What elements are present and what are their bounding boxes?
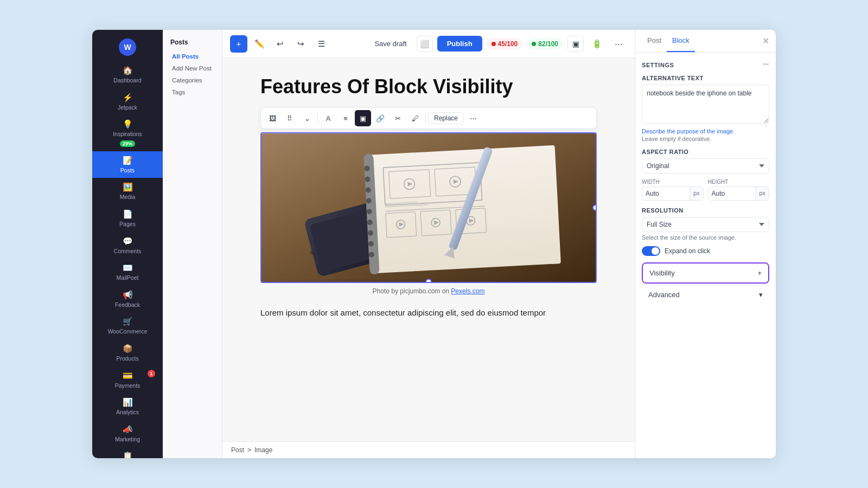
sub-sidebar-item-tags[interactable]: Tags <box>163 86 222 98</box>
sidebar-item-label: Inspirations <box>113 131 142 138</box>
add-block-button[interactable]: + <box>230 35 247 53</box>
sidebar-item-inspirations[interactable]: 💡 Inspirations 29% <box>92 115 163 151</box>
close-panel-button[interactable]: ✕ <box>762 30 769 52</box>
width-unit: px <box>690 187 703 200</box>
list-view-button[interactable]: ☰ <box>312 35 330 53</box>
publish-button[interactable]: Publish <box>437 36 482 52</box>
edit-btn[interactable]: 🖊 <box>407 110 423 126</box>
sidebar-item-label: WooCommerce <box>108 328 148 335</box>
height-input[interactable] <box>709 187 756 200</box>
visibility-plus-icon[interactable]: + <box>757 269 762 277</box>
image-svg <box>261 133 596 280</box>
active-style-btn[interactable]: ▣ <box>355 110 371 126</box>
sidebar: W 🏠 Dashboard ⚡ Jetpack 💡 Inspirations 2… <box>92 30 163 458</box>
width-input-wrap: px <box>642 187 704 201</box>
dashboard-icon: 🏠 <box>123 66 133 75</box>
wp-logo[interactable]: W <box>92 30 163 61</box>
sidebar-item-marketing[interactable]: 📣 Marketing <box>92 420 163 447</box>
inspirations-icon: 💡 <box>123 119 133 129</box>
sidebar-item-label: Pages <box>119 221 136 228</box>
resize-handle[interactable] <box>592 204 597 211</box>
sidebar-item-mailpoet[interactable]: ✉️ MailPoet <box>92 259 163 286</box>
seo-score-value: 45/100 <box>498 40 518 48</box>
expand-toggle[interactable] <box>642 246 660 256</box>
align-btn[interactable]: ≡ <box>337 110 354 126</box>
sidebar-item-label: Media <box>120 194 136 201</box>
more-block-options-btn[interactable]: ⋯ <box>465 110 481 126</box>
sidebar-item-posts[interactable]: 📝 Posts <box>92 151 163 178</box>
resolution-label: RESOLUTION <box>642 207 769 214</box>
editor-toolbar: + ✏️ ↩ ↪ ☰ Save draft ⬜ Publish 45/100 8… <box>222 30 635 58</box>
settings-more[interactable]: ⋯ <box>763 61 769 68</box>
sub-sidebar-item-add-new[interactable]: Add New Post <box>163 62 222 74</box>
breadcrumb-image: Image <box>254 446 272 454</box>
analytics-icon: 📊 <box>123 397 133 407</box>
inspirations-badge: 29% <box>120 140 135 147</box>
comments-icon: 💬 <box>123 236 133 246</box>
save-draft-button[interactable]: Save draft <box>369 36 412 51</box>
woocommerce-icon: 🛒 <box>123 317 133 326</box>
sidebar-item-woocommerce[interactable]: 🛒 WooCommerce <box>92 312 163 339</box>
text-format-btn[interactable]: A <box>320 110 336 126</box>
sub-sidebar-item-categories[interactable]: Categories <box>163 74 222 86</box>
pexels-link[interactable]: Pexels.com <box>451 287 484 295</box>
media-icon: 🖼️ <box>123 182 133 192</box>
aspect-ratio-select[interactable]: Original Square 4:3 16:9 Custom <box>642 158 769 174</box>
sidebar-item-media[interactable]: 🖼️ Media <box>92 178 163 205</box>
sidebar-item-jetpack[interactable]: ⚡ Jetpack <box>92 88 163 115</box>
sub-sidebar: Posts All Posts Add New Post Categories … <box>163 30 222 458</box>
sidebar-item-analytics[interactable]: 📊 Analytics <box>92 393 163 420</box>
redo-button[interactable]: ↪ <box>292 35 309 53</box>
sidebar-item-feedback[interactable]: 📢 Feedback <box>92 286 163 313</box>
crop-btn[interactable]: ✂ <box>390 110 406 126</box>
advanced-header[interactable]: Advanced ▾ <box>642 285 769 304</box>
sidebar-item-payments[interactable]: 💳 Payments 1 <box>92 367 163 394</box>
sidebar-item-label: Dashboard <box>113 77 141 84</box>
resolution-select[interactable]: Thumbnail Medium Large Full Size <box>642 217 769 232</box>
settings-label: Settings <box>642 62 674 68</box>
marketing-icon: 📣 <box>123 425 133 434</box>
view-toggle-button[interactable]: ▣ <box>567 36 584 52</box>
tab-post[interactable]: Post <box>642 30 667 52</box>
sidebar-item-label: Products <box>116 355 138 362</box>
sidebar-item-comments[interactable]: 💬 Comments <box>92 232 163 259</box>
post-title[interactable]: Features Of Block Visibility <box>260 75 597 98</box>
sidebar-item-products[interactable]: 📦 Products <box>92 339 163 367</box>
payments-icon: 💳 <box>123 371 133 381</box>
sidebar-item-dashboard[interactable]: 🏠 Dashboard <box>92 61 163 88</box>
drag-btn[interactable]: ⠿ <box>282 110 298 126</box>
alt-text-input[interactable]: notebook beside the iphone on table <box>642 85 769 124</box>
width-input[interactable] <box>642 187 690 200</box>
image-block-btn[interactable]: 🖼 <box>264 110 280 126</box>
tab-block[interactable]: Block <box>667 30 695 52</box>
power-button[interactable]: 🔋 <box>588 35 605 53</box>
advanced-section: Advanced ▾ <box>642 285 769 304</box>
sidebar-item-label: Posts <box>120 167 135 174</box>
preview-button[interactable]: ⬜ <box>417 36 433 52</box>
height-label: HEIGHT <box>708 179 770 185</box>
sidebar-item-pages[interactable]: 📄 Pages <box>92 205 163 232</box>
visibility-header[interactable]: Visibility + <box>643 264 768 282</box>
visibility-label: Visibility <box>649 269 675 277</box>
post-body[interactable]: Lorem ipsum dolor sit amet, consectetur … <box>260 306 597 320</box>
more-options-button[interactable]: ⋯ <box>610 35 627 53</box>
visibility-section: Visibility + <box>642 262 769 284</box>
posts-icon: 📝 <box>123 156 133 165</box>
panel-body: Settings ⋯ ALTERNATIVE TEXT notebook bes… <box>635 53 776 458</box>
undo-button[interactable]: ↩ <box>271 35 289 53</box>
transform-btn[interactable]: ⌄ <box>299 110 315 126</box>
link-btn[interactable]: 🔗 <box>372 110 388 126</box>
drag-handle[interactable] <box>425 279 432 283</box>
describe-link[interactable]: Describe the purpose of the image. <box>642 128 769 134</box>
sub-sidebar-item-all-posts[interactable]: All Posts <box>163 50 222 62</box>
breadcrumb-post[interactable]: Post <box>231 446 244 454</box>
breadcrumb-sep: > <box>247 446 251 454</box>
replace-button[interactable]: Replace <box>428 112 464 124</box>
toolbar-right: Save draft ⬜ Publish 45/100 82/100 ▣ 🔋 ⋯ <box>369 35 627 53</box>
seo-dot <box>492 42 496 46</box>
pencil-button[interactable]: ✏️ <box>251 35 268 53</box>
image-block[interactable] <box>260 132 597 283</box>
wpforms-icon: 📋 <box>123 451 133 458</box>
sidebar-item-wpforms[interactable]: 📋 WPForms <box>92 447 163 458</box>
seo-score-badge: 45/100 <box>487 38 523 49</box>
